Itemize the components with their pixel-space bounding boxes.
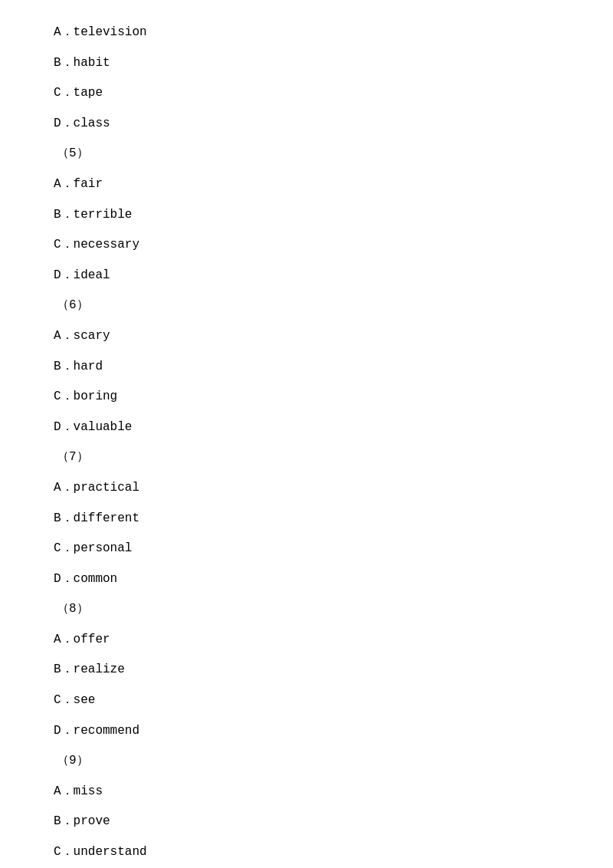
option-q7a: A．practical xyxy=(54,478,559,498)
option-q8a: A．offer xyxy=(54,630,559,650)
option-q5c: C．necessary xyxy=(54,235,559,255)
option-q4d: D．class xyxy=(54,114,559,134)
option-q9b: B．prove xyxy=(54,812,559,832)
question-num-4: （8） xyxy=(54,600,559,620)
option-q8d: D．recommend xyxy=(54,722,559,741)
option-q8c: C．see xyxy=(54,691,559,711)
option-q6d: D．valuable xyxy=(54,418,559,438)
option-q6a: A．scary xyxy=(54,327,559,347)
option-q9c: C．understand xyxy=(54,843,559,863)
option-q6c: C．boring xyxy=(54,387,559,407)
question-num-3: （7） xyxy=(54,448,559,468)
question-num-5: （9） xyxy=(54,751,559,771)
question-num-1: （5） xyxy=(54,144,559,164)
option-q6b: B．hard xyxy=(54,357,559,377)
option-q7b: B．different xyxy=(54,509,559,529)
option-q9a: A．miss xyxy=(54,782,559,802)
option-q4a: A．television xyxy=(54,23,559,43)
main-content: A．televisionB．habitC．tapeD．class（5）A．fai… xyxy=(0,0,613,868)
option-q7d: D．common xyxy=(54,570,559,590)
option-q4c: C．tape xyxy=(54,84,559,104)
option-q4b: B．habit xyxy=(54,54,559,74)
option-q5a: A．fair xyxy=(54,175,559,195)
option-q5b: B．terrible xyxy=(54,205,559,225)
option-q7c: C．personal xyxy=(54,539,559,559)
option-q5d: D．ideal xyxy=(54,266,559,286)
option-q8b: B．realize xyxy=(54,660,559,680)
question-num-2: （6） xyxy=(54,296,559,316)
